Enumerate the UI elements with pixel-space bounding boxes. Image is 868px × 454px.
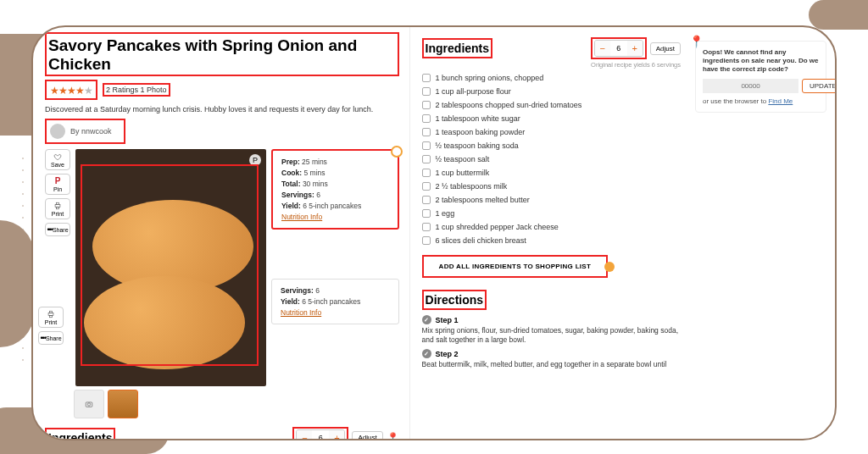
author-label: By nnwcook bbox=[70, 127, 112, 136]
decrement-button[interactable]: − bbox=[595, 41, 610, 56]
checkbox[interactable] bbox=[422, 209, 431, 218]
checkbox[interactable] bbox=[422, 141, 431, 150]
list-item[interactable]: ½ teaspoon salt bbox=[422, 155, 681, 163]
list-item[interactable]: 6 slices deli chicken breast bbox=[422, 236, 681, 245]
rating-links[interactable]: 2 Ratings 1 Photo bbox=[103, 83, 170, 97]
list-item[interactable]: 1 cup shredded pepper Jack cheese bbox=[422, 223, 681, 231]
camera-icon bbox=[85, 400, 93, 408]
photo-thumb[interactable] bbox=[108, 390, 138, 418]
print-button[interactable]: Print bbox=[45, 198, 70, 219]
list-item[interactable]: ½ teaspoon baking soda bbox=[422, 141, 681, 150]
svg-rect-2 bbox=[56, 207, 58, 208]
increment-button[interactable]: + bbox=[627, 41, 643, 56]
servings-value: 6 bbox=[312, 434, 329, 439]
recipe-description: Discovered at a Saturday morning lunch c… bbox=[45, 105, 399, 114]
checkbox[interactable] bbox=[422, 223, 431, 231]
heart-icon bbox=[53, 152, 62, 161]
printer-icon bbox=[47, 310, 55, 318]
printer-icon bbox=[53, 202, 62, 210]
avatar bbox=[50, 124, 65, 139]
checkbox[interactable] bbox=[422, 155, 431, 163]
list-item[interactable]: 1 tablespoon white sugar bbox=[422, 114, 681, 123]
side-buttons-2: Print •••Share bbox=[38, 307, 64, 345]
nutrition-link-2[interactable]: Nutrition Info bbox=[281, 308, 321, 317]
list-item[interactable]: 1 teaspoon baking powder bbox=[422, 128, 681, 136]
directions-heading: Directions bbox=[426, 293, 483, 307]
side-buttons: Save PPin Print •••Share bbox=[45, 149, 70, 386]
info-marker-icon bbox=[391, 146, 403, 158]
checkbox[interactable] bbox=[422, 114, 431, 123]
find-me-link[interactable]: Find Me bbox=[768, 97, 793, 105]
update-button[interactable]: UPDATE bbox=[802, 79, 835, 93]
list-item[interactable]: 1 cup all-purpose flour bbox=[422, 87, 681, 96]
list-item[interactable]: 1 bunch spring onions, chopped bbox=[422, 74, 681, 82]
ingredients-heading-highlight: Ingredients bbox=[45, 428, 115, 439]
print-button-2[interactable]: Print bbox=[38, 307, 64, 328]
pinterest-icon: P bbox=[53, 177, 62, 185]
share-button-2[interactable]: •••Share bbox=[38, 331, 64, 345]
ingredients-heading-highlight-2: Ingredients bbox=[422, 38, 492, 58]
step-check-icon[interactable]: ✓ bbox=[422, 349, 431, 358]
checkbox[interactable] bbox=[422, 101, 431, 109]
list-item[interactable]: 2 tablespoons chopped sun-dried tomatoes bbox=[422, 101, 681, 109]
checkbox[interactable] bbox=[422, 87, 431, 96]
pinterest-overlay-icon[interactable]: P bbox=[249, 154, 261, 166]
checkbox[interactable] bbox=[422, 182, 431, 191]
svg-rect-1 bbox=[56, 202, 58, 204]
stepper-highlight-2: − 6 + bbox=[591, 37, 647, 59]
svg-rect-4 bbox=[49, 311, 52, 313]
list-item[interactable]: 2 ½ tablespoons milk bbox=[422, 182, 681, 191]
svg-point-7 bbox=[87, 402, 90, 405]
svg-rect-0 bbox=[55, 204, 60, 207]
servings-stepper-left: − 6 + bbox=[296, 429, 345, 439]
step-check-icon[interactable]: ✓ bbox=[422, 315, 431, 324]
pin-button[interactable]: PPin bbox=[45, 174, 70, 195]
decrement-button[interactable]: − bbox=[297, 430, 312, 439]
star-rating: ★★★★★ bbox=[50, 85, 92, 97]
hero-image[interactable]: P bbox=[75, 149, 266, 386]
adjust-button-left[interactable]: Adjust bbox=[352, 431, 382, 439]
servings-value: 6 bbox=[610, 44, 627, 53]
left-column: Savory Pancakes with Spring Onion and Ch… bbox=[33, 27, 410, 439]
find-me-row: or use the browser to Find Me bbox=[703, 97, 819, 105]
directions-heading-highlight: Directions bbox=[422, 290, 487, 310]
right-column: Ingredients − 6 + Adjust Original recipe… bbox=[410, 27, 835, 439]
step-2: ✓Step 2 Beat buttermilk, milk, melted bu… bbox=[422, 349, 681, 369]
ingredients-heading: Ingredients bbox=[426, 42, 489, 55]
shopping-marker-icon bbox=[604, 262, 615, 272]
step-body: Mix spring onions, flour, sun-dried toma… bbox=[422, 326, 681, 344]
add-all-button[interactable]: ADD ALL INGREDIENTS TO SHOPPING LIST bbox=[422, 255, 609, 278]
list-item[interactable]: 1 cup buttermilk bbox=[422, 169, 681, 177]
checkbox[interactable] bbox=[422, 74, 431, 82]
share-button[interactable]: •••Share bbox=[45, 223, 70, 236]
checkbox[interactable] bbox=[422, 196, 431, 204]
checkbox[interactable] bbox=[422, 236, 431, 245]
save-button[interactable]: Save bbox=[45, 149, 70, 170]
increment-button[interactable]: + bbox=[329, 430, 344, 439]
checkbox[interactable] bbox=[422, 169, 431, 177]
list-item[interactable]: 2 tablespoons melted butter bbox=[422, 196, 681, 204]
page-frame: Savory Pancakes with Spring Onion and Ch… bbox=[31, 25, 837, 440]
step-1: ✓Step 1 Mix spring onions, flour, sun-dr… bbox=[422, 315, 681, 344]
svg-rect-5 bbox=[49, 316, 52, 318]
ingredients-heading-left: Ingredients bbox=[48, 431, 112, 439]
camera-thumb[interactable] bbox=[74, 390, 104, 418]
location-card: 📍 Oops! We cannot find any ingredients o… bbox=[695, 41, 826, 113]
location-pin-icon: 📍 bbox=[689, 35, 704, 48]
adjust-button[interactable]: Adjust bbox=[650, 42, 681, 55]
thumbnail-row bbox=[74, 390, 399, 418]
recipe-title: Savory Pancakes with Spring Onion and Ch… bbox=[48, 36, 396, 74]
svg-rect-3 bbox=[48, 313, 53, 315]
recipe-info-card-2: Servings: 6 Yield: 6 5-inch pancakes Nut… bbox=[271, 279, 399, 324]
location-message: Oops! We cannot find any ingredients on … bbox=[703, 48, 819, 74]
zip-input[interactable] bbox=[703, 79, 798, 93]
stepper-highlight: − 6 + bbox=[292, 427, 348, 439]
nutrition-link-1[interactable]: Nutrition Info bbox=[281, 213, 322, 221]
author-row[interactable]: By nnwcook bbox=[45, 119, 125, 144]
recipe-info-card-1: Prep: 25 mins Cook: 5 mins Total: 30 min… bbox=[271, 149, 399, 230]
rating-row: ★★★★★ 2 Ratings 1 Photo bbox=[45, 80, 399, 100]
title-highlight: Savory Pancakes with Spring Onion and Ch… bbox=[45, 32, 399, 76]
list-item[interactable]: 1 egg bbox=[422, 209, 681, 218]
original-yield-note: Original recipe yields 6 servings bbox=[422, 61, 681, 69]
checkbox[interactable] bbox=[422, 128, 431, 136]
